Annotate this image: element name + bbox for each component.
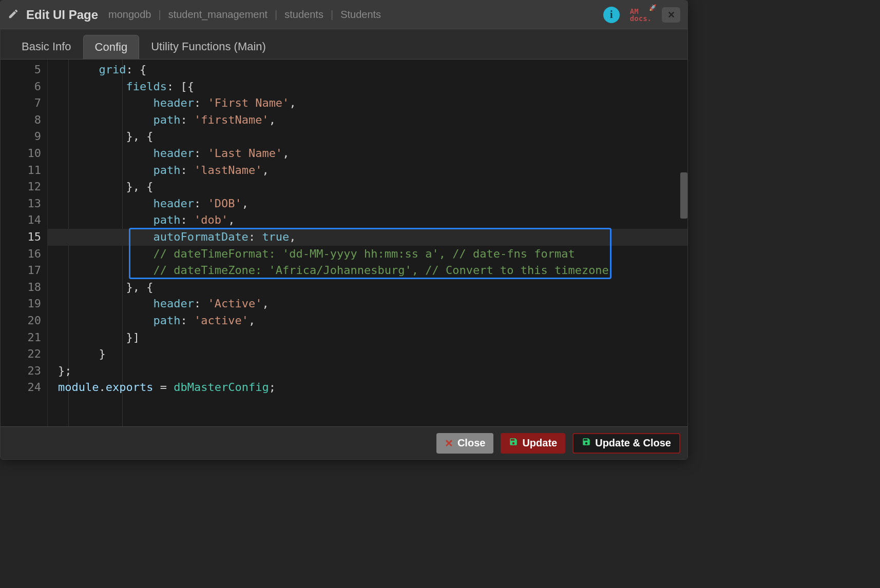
line-number: 5 [1, 62, 41, 79]
code-line[interactable]: grid: { [48, 62, 687, 79]
code-line[interactable]: autoFormatDate: true, [48, 229, 687, 246]
docs-link[interactable]: AMdocs.🚀 [630, 8, 652, 22]
code-area[interactable]: grid: { fields: [{ header: 'First Name',… [48, 60, 687, 426]
dialog-header: Edit UI Page mongodb | student_managemen… [1, 1, 687, 29]
save-icon [582, 437, 591, 449]
code-line[interactable]: header: 'Active', [48, 296, 687, 312]
code-line[interactable]: // dateTimeZone: 'Africa/Johannesburg', … [48, 262, 687, 279]
line-number: 23 [1, 363, 41, 380]
line-number: 15 [1, 229, 41, 246]
code-line[interactable]: fields: [{ [48, 79, 687, 95]
code-editor[interactable]: 56789101112131415161718192021222324 grid… [1, 60, 687, 426]
line-number: 11 [1, 162, 41, 179]
pencil-icon [8, 8, 19, 22]
line-number: 6 [1, 79, 41, 95]
code-line[interactable]: header: 'First Name', [48, 95, 687, 112]
save-icon [509, 437, 518, 449]
breadcrumb-item[interactable]: students [284, 9, 323, 21]
breadcrumb-item[interactable]: Students [340, 9, 381, 21]
breadcrumb: mongodb | student_management | students … [108, 9, 381, 21]
close-icon: ✕ [445, 437, 453, 449]
line-number: 16 [1, 246, 41, 263]
edit-ui-page-dialog: Edit UI Page mongodb | student_managemen… [0, 0, 688, 460]
update-button[interactable]: Update [501, 433, 565, 454]
code-line[interactable]: path: 'lastName', [48, 162, 687, 179]
line-number: 9 [1, 128, 41, 145]
code-line[interactable]: path: 'dob', [48, 212, 687, 229]
info-icon[interactable]: i [603, 7, 620, 23]
code-line[interactable]: }] [48, 329, 687, 346]
code-line[interactable]: header: 'Last Name', [48, 145, 687, 162]
line-number: 12 [1, 179, 41, 195]
code-line[interactable]: }, { [48, 179, 687, 195]
code-line[interactable]: // dateTimeFormat: 'dd-MM-yyyy hh:mm:ss … [48, 246, 687, 263]
code-line[interactable]: }, { [48, 128, 687, 145]
dialog-title: Edit UI Page [26, 8, 98, 22]
close-button[interactable]: ✕ Close [436, 433, 493, 454]
code-line[interactable]: path: 'firstName', [48, 112, 687, 129]
close-dialog-button[interactable]: ✕ [662, 7, 680, 23]
line-number-gutter: 56789101112131415161718192021222324 [1, 60, 48, 426]
code-line[interactable]: header: 'DOB', [48, 195, 687, 212]
line-number: 13 [1, 195, 41, 212]
update-and-close-button[interactable]: Update & Close [572, 433, 680, 454]
line-number: 10 [1, 145, 41, 162]
code-line[interactable]: path: 'active', [48, 312, 687, 329]
code-line[interactable]: module.exports = dbMasterConfig; [48, 379, 687, 396]
tab-config[interactable]: Config [83, 35, 140, 59]
close-button-label: Close [457, 437, 485, 449]
dialog-footer: ✕ Close Update Update & Close [1, 426, 687, 459]
breadcrumb-item[interactable]: student_management [168, 9, 267, 21]
line-number: 24 [1, 379, 41, 396]
line-number: 22 [1, 346, 41, 363]
line-number: 19 [1, 296, 41, 312]
tab-utility-functions[interactable]: Utility Functions (Main) [139, 34, 278, 59]
rocket-icon: 🚀 [649, 5, 657, 11]
tab-bar: Basic Info Config Utility Functions (Mai… [1, 29, 687, 60]
line-number: 8 [1, 112, 41, 129]
line-number: 17 [1, 262, 41, 279]
code-line[interactable]: } [48, 346, 687, 363]
line-number: 18 [1, 279, 41, 296]
code-line[interactable]: }; [48, 363, 687, 380]
line-number: 7 [1, 95, 41, 112]
code-line[interactable]: }, { [48, 279, 687, 296]
tab-basic-info[interactable]: Basic Info [10, 34, 83, 59]
scrollbar-thumb[interactable] [680, 172, 687, 219]
breadcrumb-item[interactable]: mongodb [108, 9, 151, 21]
line-number: 20 [1, 312, 41, 329]
line-number: 14 [1, 212, 41, 229]
line-number: 21 [1, 329, 41, 346]
update-close-button-label: Update & Close [595, 437, 671, 449]
update-button-label: Update [522, 437, 557, 449]
